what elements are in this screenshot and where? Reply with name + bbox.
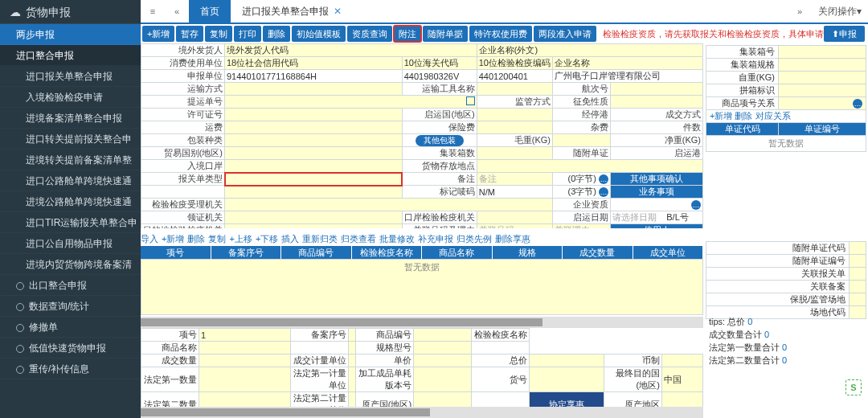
nav-item[interactable]: 出口整合申报: [0, 275, 141, 296]
close-ops[interactable]: 关闭操作 ▾: [812, 0, 868, 23]
grid-header: 项号备案序号商品编号检验检疫名称商品名称规格成交数量成交单位: [141, 246, 703, 259]
biz-matter-button[interactable]: 业务事项: [611, 186, 703, 199]
toolbar-button[interactable]: 打印: [234, 26, 261, 42]
top-tab-bar: ≡ « 首页 进口报关单整合申报✕ » 关闭操作 ▾: [141, 0, 868, 24]
tips-panel: tips: 总价 0 成交数量合计 0 法定第一数量合计 0 法定第二数量合计 …: [706, 315, 866, 367]
toolbar-button[interactable]: 特许权使用费: [469, 26, 532, 42]
toolbar-button[interactable]: 初始值模板: [292, 26, 346, 42]
warning-text: 检验检疫资质，请先获取报关和检验检疫资质，具体申请:: [603, 28, 826, 40]
toolbar-button[interactable]: 两段准入申请: [534, 26, 596, 42]
nav-item[interactable]: 进口TIR运输报关单整合申: [0, 212, 141, 233]
other-pack-button[interactable]: 其他包装: [416, 135, 464, 146]
nav-item[interactable]: 进境内贸货物跨境备案清: [0, 254, 141, 275]
mid-action[interactable]: 补充申报: [418, 233, 453, 245]
nav-item[interactable]: 数据查询/统计: [0, 296, 141, 317]
nav-item[interactable]: 进境公路舱单跨境快速通: [0, 191, 141, 212]
toolbar-button[interactable]: 复制: [205, 26, 232, 42]
mid-action[interactable]: 插入: [281, 233, 299, 245]
nav-item[interactable]: 进口公自用物品申报: [0, 233, 141, 254]
h-scrollbar-2[interactable]: [141, 407, 703, 418]
mid-action[interactable]: 导入: [141, 233, 158, 245]
bottom-form: 项号1备案序号商品编号检验检疫名称商品名称规格型号成交数量成交计量单位单价总价币…: [141, 328, 703, 418]
user-button[interactable]: 使用人: [611, 224, 703, 229]
mid-action[interactable]: 归类查看: [341, 233, 376, 245]
right-mid-panel: 随附单证代码随附单证编号关联报关单关联备案保脱/监管场地场地代码: [706, 241, 866, 319]
mid-action[interactable]: 批量修改: [379, 233, 415, 245]
mid-action[interactable]: +下移: [256, 233, 278, 245]
expand-icon[interactable]: …: [599, 174, 608, 184]
mid-action[interactable]: 复制: [208, 233, 226, 245]
nav-item[interactable]: 重传/补传信息: [0, 359, 141, 379]
main-form: 境外发货人境外发货人代码企业名称(外文) 消费使用单位18位社会信用代码10位海…: [141, 43, 703, 228]
toolbar-button[interactable]: +新增: [142, 26, 174, 42]
nav-item[interactable]: 修撤单: [0, 317, 141, 338]
nav-item[interactable]: 进口整合申报: [0, 45, 141, 66]
close-icon[interactable]: ✕: [334, 6, 342, 17]
mid-toolbar: 导入+新增删除复制+上移+下移插入重新归类归类查看批量修改补充申报归类先例删除享…: [141, 232, 703, 246]
nav-item[interactable]: 低值快速货物申报: [0, 338, 141, 359]
forward-icon[interactable]: »: [788, 0, 812, 23]
right-panel: 集装箱号 集装箱规格 自重(KG) 拼箱标识 商品项号关系… +新增 删除 对应…: [706, 45, 866, 152]
toolbar-button[interactable]: 删除: [263, 26, 290, 42]
mid-action[interactable]: 重新归类: [302, 233, 338, 245]
tab-open[interactable]: 进口报关单整合申报✕: [231, 0, 353, 23]
app-title: 货物申报: [0, 0, 141, 24]
toolbar-button[interactable]: 资质查询: [347, 26, 392, 42]
grid-body: 暂无数据: [141, 259, 703, 315]
mid-action[interactable]: 归类先例: [457, 233, 492, 245]
toolbar-button[interactable]: 附注: [394, 26, 421, 42]
mid-action[interactable]: 删除享惠: [495, 233, 530, 245]
toolbar-button[interactable]: 暂存: [176, 26, 203, 42]
nav-item[interactable]: 入境检验检疫申请: [0, 87, 141, 108]
toolbar: +新增暂存复制打印删除初始值模板资质查询附注随附单据特许权使用费两段准入申请 检…: [141, 24, 868, 43]
nav-item[interactable]: 进口报关单整合申报: [0, 66, 141, 87]
toolbar-button[interactable]: 随附单据: [423, 26, 468, 42]
mid-action[interactable]: +新增: [162, 233, 184, 245]
declare-button[interactable]: ⬆ 申报: [824, 26, 865, 42]
tab-home[interactable]: 首页: [189, 0, 231, 23]
nav-item[interactable]: 进境转关提前备案清单整: [0, 150, 141, 170]
menu-icon[interactable]: ≡: [141, 0, 165, 23]
nav-item[interactable]: 进境备案清单整合申报: [0, 108, 141, 129]
float-icon[interactable]: S: [845, 379, 862, 395]
back-icon[interactable]: «: [165, 0, 189, 23]
nav-item[interactable]: 进口转关提前报关整合申: [0, 129, 141, 150]
nav-item[interactable]: 进口公路舱单跨境快速通: [0, 170, 141, 191]
other-confirm-button[interactable]: 其他事项确认: [611, 173, 703, 186]
nav-item[interactable]: 两步申报: [0, 24, 141, 45]
mid-action[interactable]: +上移: [229, 233, 252, 245]
right-links[interactable]: +新增 删除 对应关系: [706, 110, 866, 123]
mid-action[interactable]: 删除: [187, 233, 205, 245]
h-scrollbar[interactable]: [141, 317, 703, 328]
